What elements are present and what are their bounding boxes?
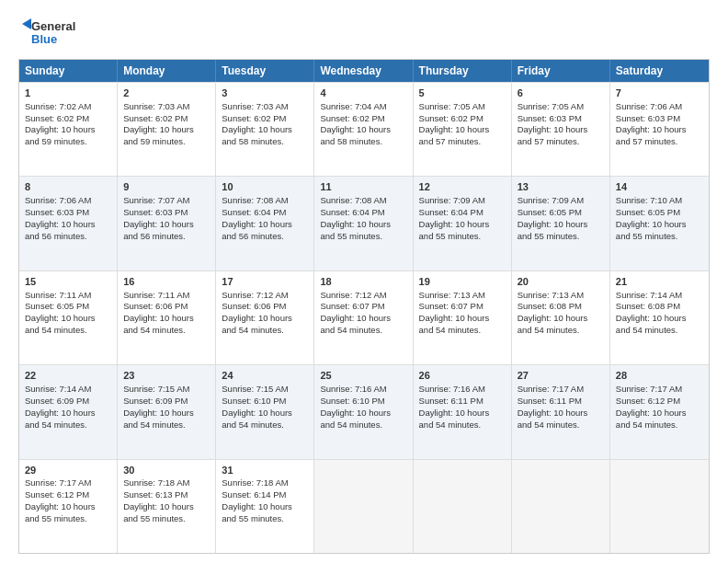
calendar-cell: 8Sunrise: 7:06 AMSunset: 6:03 PMDaylight…: [19, 177, 118, 270]
day-info-line: Sunset: 6:05 PM: [25, 301, 111, 313]
day-info-line: and 54 minutes.: [518, 325, 604, 337]
day-number: 25: [320, 369, 406, 383]
day-info-line: Daylight: 10 hours: [123, 124, 210, 136]
day-info-line: and 54 minutes.: [123, 325, 210, 337]
day-info-line: Sunrise: 7:09 AM: [419, 195, 506, 207]
calendar-cell: 29Sunrise: 7:17 AMSunset: 6:12 PMDayligh…: [19, 460, 118, 553]
calendar: SundayMondayTuesdayWednesdayThursdayFrid…: [18, 59, 710, 554]
day-number: 6: [518, 86, 604, 100]
day-info-line: and 59 minutes.: [25, 136, 111, 148]
day-info-line: Sunrise: 7:11 AM: [25, 290, 111, 302]
day-info-line: Sunrise: 7:17 AM: [25, 477, 111, 489]
day-info-line: Sunset: 6:10 PM: [222, 396, 308, 408]
day-info-line: Sunrise: 7:03 AM: [123, 101, 210, 113]
header-day-wednesday: Wednesday: [314, 60, 413, 82]
day-info-line: Daylight: 10 hours: [222, 408, 308, 419]
day-info-line: Sunrise: 7:12 AM: [222, 290, 308, 302]
header: GeneralBlue: [18, 17, 710, 50]
day-info-line: and 54 minutes.: [616, 325, 703, 337]
day-number: 10: [222, 180, 308, 194]
day-number: 4: [320, 86, 406, 100]
day-number: 27: [518, 369, 604, 383]
day-info-line: and 55 minutes.: [518, 231, 604, 243]
day-info-line: Sunset: 6:03 PM: [25, 207, 111, 219]
calendar-body: 1Sunrise: 7:02 AMSunset: 6:02 PMDaylight…: [19, 82, 709, 553]
day-info-line: Daylight: 10 hours: [616, 124, 703, 136]
day-info-line: and 57 minutes.: [616, 136, 703, 148]
calendar-cell: 5Sunrise: 7:05 AMSunset: 6:02 PMDaylight…: [414, 83, 512, 176]
day-info-line: and 57 minutes.: [518, 136, 604, 148]
day-number: 17: [222, 275, 308, 289]
day-number: 5: [419, 86, 506, 100]
day-info-line: Daylight: 10 hours: [25, 408, 111, 419]
day-info-line: and 54 minutes.: [616, 419, 703, 431]
calendar-cell: 4Sunrise: 7:04 AMSunset: 6:02 PMDaylight…: [314, 83, 413, 176]
header-day-saturday: Saturday: [610, 60, 709, 82]
day-info-line: Sunset: 6:08 PM: [518, 301, 604, 313]
day-info-line: Sunset: 6:05 PM: [616, 207, 703, 219]
day-info-line: Sunrise: 7:15 AM: [222, 384, 308, 396]
day-info-line: Daylight: 10 hours: [320, 408, 406, 419]
day-info-line: and 58 minutes.: [320, 136, 406, 148]
calendar-cell: 14Sunrise: 7:10 AMSunset: 6:05 PMDayligh…: [610, 177, 709, 270]
day-number: 3: [222, 86, 308, 100]
day-number: 13: [518, 180, 604, 194]
day-info-line: and 55 minutes.: [320, 231, 406, 243]
svg-text:Blue: Blue: [31, 32, 57, 46]
day-info-line: Sunrise: 7:06 AM: [616, 101, 703, 113]
day-info-line: Sunset: 6:02 PM: [419, 113, 506, 125]
day-info-line: and 54 minutes.: [419, 325, 506, 337]
day-info-line: and 56 minutes.: [25, 231, 111, 243]
day-number: 30: [123, 464, 210, 477]
day-info-line: and 54 minutes.: [518, 419, 604, 431]
day-info-line: Sunrise: 7:11 AM: [123, 290, 210, 302]
day-number: 21: [616, 275, 703, 289]
day-info-line: Daylight: 10 hours: [518, 313, 604, 325]
day-info-line: and 54 minutes.: [320, 419, 406, 431]
day-info-line: Sunset: 6:11 PM: [518, 396, 604, 408]
day-info-line: Sunrise: 7:13 AM: [419, 290, 506, 302]
day-info-line: Daylight: 10 hours: [320, 124, 406, 136]
header-day-friday: Friday: [512, 60, 610, 82]
day-number: 7: [616, 86, 703, 100]
day-info-line: Sunset: 6:03 PM: [123, 207, 210, 219]
calendar-cell: 16Sunrise: 7:11 AMSunset: 6:06 PMDayligh…: [118, 271, 216, 364]
day-info-line: Daylight: 10 hours: [123, 219, 210, 231]
day-number: 23: [123, 369, 210, 383]
day-info-line: and 54 minutes.: [419, 419, 506, 431]
day-info-line: Sunrise: 7:14 AM: [616, 290, 703, 302]
day-info-line: Sunrise: 7:18 AM: [123, 477, 210, 489]
header-day-thursday: Thursday: [414, 60, 512, 82]
day-info-line: and 56 minutes.: [222, 231, 308, 243]
day-info-line: Sunrise: 7:13 AM: [518, 290, 604, 302]
calendar-cell: 2Sunrise: 7:03 AMSunset: 6:02 PMDaylight…: [118, 83, 216, 176]
header-day-tuesday: Tuesday: [216, 60, 314, 82]
svg-marker-2: [22, 18, 31, 29]
day-info-line: and 55 minutes.: [419, 231, 506, 243]
page: GeneralBlue SundayMondayTuesdayWednesday…: [0, 0, 728, 563]
day-info-line: and 54 minutes.: [320, 325, 406, 337]
day-info-line: Sunset: 6:02 PM: [222, 113, 308, 125]
day-info-line: Sunset: 6:13 PM: [123, 489, 210, 501]
calendar-cell: 23Sunrise: 7:15 AMSunset: 6:09 PMDayligh…: [118, 365, 216, 458]
day-info-line: and 55 minutes.: [25, 513, 111, 525]
day-info-line: Sunrise: 7:12 AM: [320, 290, 406, 302]
day-number: 31: [222, 464, 308, 477]
calendar-cell: 26Sunrise: 7:16 AMSunset: 6:11 PMDayligh…: [414, 365, 512, 458]
day-number: 1: [25, 86, 111, 100]
day-info-line: Daylight: 10 hours: [25, 124, 111, 136]
day-info-line: Sunrise: 7:02 AM: [25, 101, 111, 113]
day-info-line: Sunset: 6:12 PM: [616, 396, 703, 408]
calendar-cell: 28Sunrise: 7:17 AMSunset: 6:12 PMDayligh…: [610, 365, 709, 458]
calendar-cell: 30Sunrise: 7:18 AMSunset: 6:13 PMDayligh…: [118, 460, 216, 553]
day-info-line: Daylight: 10 hours: [419, 124, 506, 136]
calendar-cell: 9Sunrise: 7:07 AMSunset: 6:03 PMDaylight…: [118, 177, 216, 270]
day-info-line: Sunrise: 7:09 AM: [518, 195, 604, 207]
day-info-line: Daylight: 10 hours: [320, 219, 406, 231]
day-info-line: Sunrise: 7:05 AM: [419, 101, 506, 113]
calendar-cell: 10Sunrise: 7:08 AMSunset: 6:04 PMDayligh…: [216, 177, 314, 270]
day-info-line: Sunset: 6:02 PM: [320, 113, 406, 125]
day-info-line: Daylight: 10 hours: [616, 313, 703, 325]
day-info-line: and 55 minutes.: [616, 231, 703, 243]
logo: GeneralBlue: [18, 17, 83, 50]
